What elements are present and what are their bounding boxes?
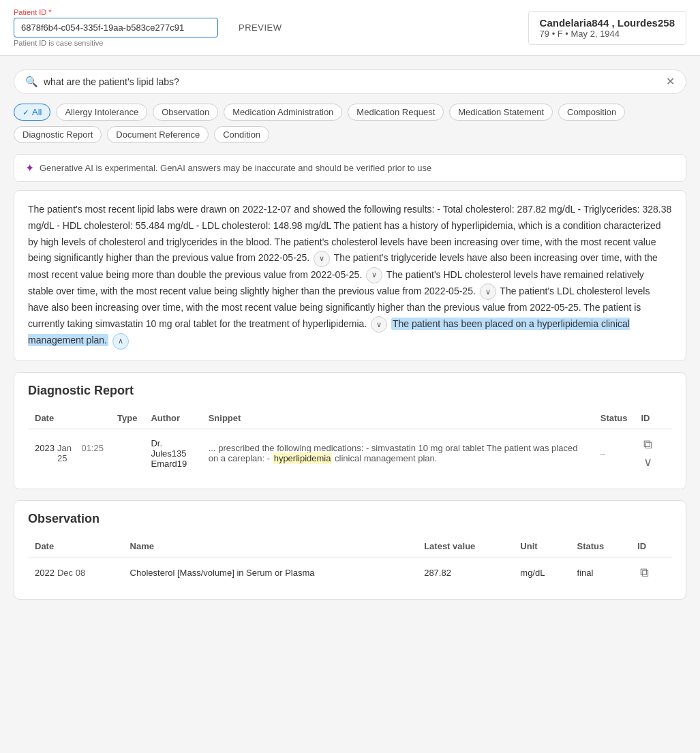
filter-tag-doc-reference[interactable]: Document Reference	[107, 126, 209, 143]
obs-row-id-cell: ⧉	[630, 557, 672, 588]
row-snippet-cell: ... prescribed the following medications…	[202, 429, 594, 478]
diagnostic-report-table: Date Type Author Snippet Status ID 2023 …	[28, 408, 672, 478]
collapse-btn-5[interactable]: ∧	[112, 333, 129, 350]
filter-tag-med-admin-label: Medication Administration	[232, 107, 333, 117]
row-status: –	[600, 448, 605, 459]
row-date-year: 2023	[35, 443, 55, 453]
obs-row-name-cell: Cholesterol [Mass/volume] in Serum or Pl…	[123, 557, 418, 588]
filter-tags: ✓ All Allergy Intolerance Observation Me…	[14, 104, 686, 143]
search-icon: 🔍	[25, 76, 38, 88]
row-author-cell: Dr. Jules135 Emard19	[144, 429, 201, 478]
filter-tag-diagnostic-report[interactable]: Diagnostic Report	[14, 126, 102, 143]
observation-title: Observation	[28, 512, 672, 526]
col-header-type: Type	[110, 408, 144, 429]
filter-tag-composition-label: Composition	[567, 107, 616, 117]
col-header-author: Author	[144, 408, 201, 429]
obs-table-row: 2022 Dec 08 Cholesterol [Mass/volume] in…	[28, 557, 672, 588]
diagnostic-report-title: Diagnostic Report	[28, 384, 672, 398]
filter-tag-condition[interactable]: Condition	[214, 126, 269, 143]
row-date-cell: 2023 Jan 25 01:25	[28, 429, 110, 478]
obs-row-value-cell: 287.82	[417, 557, 513, 588]
obs-col-header-date: Date	[28, 536, 123, 557]
snippet-post: clinical management plan.	[332, 453, 437, 463]
top-bar: Patient ID * Patient ID is case sensitiv…	[0, 0, 700, 56]
preview-button[interactable]: PREVIEW	[232, 18, 288, 37]
obs-col-header-unit: Unit	[513, 536, 570, 557]
observation-section: Observation Date Name Latest value Unit …	[14, 500, 686, 600]
filter-tag-doc-reference-label: Document Reference	[116, 129, 200, 140]
filter-tag-allergy[interactable]: Allergy Intolerance	[56, 104, 147, 121]
snippet-highlight: hyperlipidemia	[273, 452, 333, 464]
patient-id-hint: Patient ID is case sensitive	[14, 39, 218, 47]
check-icon: ✓	[22, 108, 29, 117]
col-header-snippet: Snippet	[202, 408, 594, 429]
ai-notice-text: Generative AI is experimental. GenAI ans…	[40, 163, 431, 173]
filter-tag-allergy-label: Allergy Intolerance	[65, 107, 138, 117]
obs-row-status-cell: final	[570, 557, 631, 588]
row-author-2: Emard19	[151, 459, 194, 469]
diagnostic-report-section: Diagnostic Report Date Type Author Snipp…	[14, 372, 686, 489]
obs-row-date-year: 2022	[35, 568, 55, 578]
obs-row-date-cell: 2022 Dec 08	[28, 557, 123, 588]
filter-tag-condition-label: Condition	[223, 129, 260, 140]
observation-table: Date Name Latest value Unit Status ID 20…	[28, 536, 672, 588]
main-content: 🔍 ✕ ✓ All Allergy Intolerance Observatio…	[0, 56, 700, 624]
clear-button[interactable]: ✕	[666, 76, 675, 87]
filter-tag-med-statement[interactable]: Medication Statement	[449, 104, 553, 121]
patient-details: 79 • F • May 2, 1944	[540, 29, 675, 39]
row-date-month-day: Jan 25	[57, 443, 79, 463]
copy-id-button[interactable]: ⧉	[641, 436, 655, 453]
patient-id-group: Patient ID * Patient ID is case sensitiv…	[14, 8, 218, 47]
ai-response-block: The patient's most recent lipid labs wer…	[14, 190, 686, 361]
patient-name: Candelaria844 , Lourdes258	[540, 17, 675, 29]
filter-tag-med-request-label: Medication Request	[356, 107, 435, 117]
row-type-cell	[110, 429, 144, 478]
obs-col-header-id: ID	[630, 536, 672, 557]
row-date-time: 01:25	[82, 443, 104, 453]
expand-btn-4[interactable]: ∨	[371, 316, 387, 333]
filter-tag-observation-label: Observation	[162, 107, 209, 117]
obs-row-date-month-day: Dec 08	[57, 568, 85, 578]
table-row: 2023 Jan 25 01:25 Dr. Jules135 Emard19 .…	[28, 429, 672, 478]
row-status-cell: –	[594, 429, 635, 478]
obs-row-unit-cell: mg/dL	[513, 557, 570, 588]
ai-sparkle-icon: ✦	[25, 162, 34, 174]
expand-btn-3[interactable]: ∨	[480, 283, 496, 300]
row-author-1: Dr. Jules135	[151, 438, 194, 459]
filter-tag-composition[interactable]: Composition	[558, 104, 625, 121]
filter-tag-all-label: All	[32, 107, 42, 117]
ai-notice-bar: ✦ Generative AI is experimental. GenAI a…	[14, 154, 686, 182]
col-header-status: Status	[594, 408, 635, 429]
col-header-id: ID	[634, 408, 672, 429]
obs-col-header-status: Status	[570, 536, 631, 557]
col-header-date: Date	[28, 408, 110, 429]
patient-info-card: Candelaria844 , Lourdes258 79 • F • May …	[528, 11, 686, 45]
expand-btn-2[interactable]: ∨	[366, 267, 382, 283]
filter-tag-med-statement-label: Medication Statement	[458, 107, 544, 117]
obs-copy-id-button[interactable]: ⧉	[637, 564, 652, 581]
expand-btn-1[interactable]: ∨	[314, 251, 330, 267]
expand-row-button[interactable]: ∨	[641, 453, 655, 471]
filter-tag-med-request[interactable]: Medication Request	[348, 104, 444, 121]
search-input[interactable]	[44, 76, 660, 87]
patient-id-label: Patient ID *	[14, 8, 218, 16]
filter-tag-med-admin[interactable]: Medication Administration	[224, 104, 342, 121]
obs-col-header-name: Name	[123, 536, 418, 557]
search-bar-container: 🔍 ✕	[14, 70, 686, 94]
obs-col-header-latest-value: Latest value	[417, 536, 513, 557]
row-id-cell: ⧉ ∨	[634, 429, 672, 478]
filter-tag-all[interactable]: ✓ All	[14, 104, 50, 121]
filter-tag-observation[interactable]: Observation	[153, 104, 218, 121]
patient-id-input[interactable]	[14, 18, 218, 37]
filter-tag-diagnostic-report-label: Diagnostic Report	[22, 129, 93, 140]
